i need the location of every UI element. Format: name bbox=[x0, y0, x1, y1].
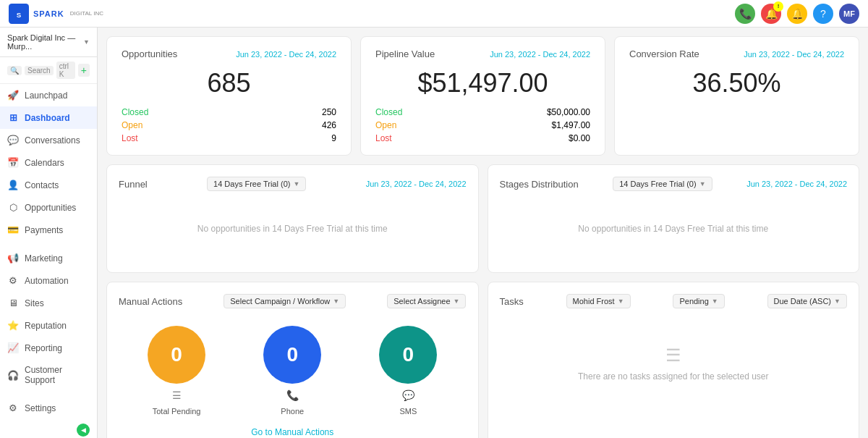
pipeline-value: $51,497.00 bbox=[375, 68, 590, 98]
customer-support-label: Customer Support bbox=[25, 365, 90, 385]
sidebar-item-payments[interactable]: 💳 Payments bbox=[0, 219, 97, 241]
assignee-tasks-filter[interactable]: Mohid Frost ▼ bbox=[566, 294, 631, 308]
open-label-2: Open bbox=[375, 120, 396, 130]
reputation-label: Reputation bbox=[25, 321, 67, 331]
closed-value-2: $50,000.00 bbox=[547, 107, 590, 117]
manual-actions-title: Manual Actions bbox=[119, 296, 182, 307]
stages-title: Stages Distribution bbox=[500, 179, 579, 190]
conversion-value: 36.50% bbox=[629, 68, 844, 98]
go-to-manual-actions-link[interactable]: Go to Manual Actions bbox=[119, 421, 467, 437]
stages-date: Jun 23, 2022 - Dec 24, 2022 bbox=[746, 180, 847, 188]
marketing-icon: 📢 bbox=[7, 253, 19, 264]
search-label: Search bbox=[25, 66, 54, 75]
logo: S SPARK DIGITAL INC bbox=[9, 4, 103, 24]
stages-filter-label: 14 Days Free Trial (0) bbox=[619, 180, 696, 188]
opportunities-details: Closed 250 Open 426 Lost 9 bbox=[122, 107, 336, 143]
sidebar-item-dashboard[interactable]: ⊞ Dashboard bbox=[0, 106, 97, 129]
pipeline-card: Pipeline Value Jun 23, 2022 - Dec 24, 20… bbox=[360, 36, 605, 156]
lost-label-1: Lost bbox=[122, 133, 138, 143]
logo-subtitle: DIGITAL INC bbox=[70, 10, 103, 17]
search-bar[interactable]: 🔍 Search ctrl K + bbox=[0, 57, 97, 84]
sidebar: Spark Digital Inc — Murp... ▼ 🔍 Search c… bbox=[0, 0, 98, 438]
closed-value-1: 250 bbox=[322, 107, 336, 117]
tasks-assignee-label: Mohid Frost bbox=[573, 297, 615, 306]
settings-icon: ⚙ bbox=[7, 403, 19, 413]
campaign-filter[interactable]: Select Campaign / Workflow ▼ bbox=[224, 294, 346, 308]
sidebar-item-calendars[interactable]: 📅 Calendars bbox=[0, 151, 97, 174]
sms-icon: 💬 bbox=[402, 389, 414, 401]
opportunities-icon: ⬡ bbox=[7, 202, 19, 213]
tasks-empty-icon: ☰ bbox=[665, 345, 681, 366]
tasks-sort-label: Due Date (ASC) bbox=[774, 297, 831, 306]
reputation-icon: ⭐ bbox=[7, 320, 19, 331]
sort-filter[interactable]: Due Date (ASC) ▼ bbox=[767, 294, 847, 308]
opportunities-label: Opportunities bbox=[25, 203, 76, 213]
sites-icon: 🖥 bbox=[7, 298, 19, 308]
total-pending-label: Total Pending bbox=[153, 407, 201, 416]
sidebar-item-automation[interactable]: ⚙ Automation bbox=[0, 269, 97, 292]
pipeline-title: Pipeline Value bbox=[375, 49, 435, 59]
tasks-card: Tasks Mohid Frost ▼ Pending ▼ Due Date (… bbox=[488, 282, 860, 438]
assignee-filter[interactable]: Select Assignee ▼ bbox=[387, 294, 466, 308]
notification-btn[interactable]: 🔔 ! bbox=[761, 4, 781, 24]
mid-row: Funnel 14 Days Free Trial (0) ▼ Jun 23, … bbox=[106, 164, 859, 273]
sidebar-item-settings[interactable]: ⚙ Settings bbox=[0, 397, 97, 419]
sites-label: Sites bbox=[25, 298, 44, 308]
customer-support-icon: 🎧 bbox=[7, 370, 19, 381]
lost-value-1: 9 bbox=[331, 133, 336, 143]
stages-card: Stages Distribution 14 Days Free Trial (… bbox=[488, 164, 860, 273]
lost-label-2: Lost bbox=[375, 133, 392, 143]
phone-icon-btn[interactable]: 📞 bbox=[735, 4, 755, 24]
dashboard-label: Dashboard bbox=[25, 113, 70, 123]
funnel-empty: No opportunities in 14 Days Free Trial a… bbox=[119, 200, 467, 258]
sidebar-item-reputation[interactable]: ⭐ Reputation bbox=[0, 314, 97, 337]
tasks-status-chevron: ▼ bbox=[712, 298, 718, 305]
closed-label-1: Closed bbox=[122, 107, 148, 117]
funnel-filter[interactable]: 14 Days Free Trial (0) ▼ bbox=[207, 177, 306, 191]
sidebar-item-launchpad[interactable]: 🚀 Launchpad bbox=[0, 84, 97, 106]
funnel-title: Funnel bbox=[119, 179, 148, 190]
tasks-empty-msg: There are no tasks assigned for the sele… bbox=[578, 371, 768, 382]
calendars-icon: 📅 bbox=[7, 157, 19, 168]
stats-row: Opportunities Jun 23, 2022 - Dec 24, 202… bbox=[106, 36, 859, 156]
assignee-chevron: ▼ bbox=[454, 298, 460, 305]
company-name: Spark Digital Inc — Murp... bbox=[7, 33, 83, 51]
open-value-2: $1,497.00 bbox=[552, 120, 590, 130]
opportunities-value: 685 bbox=[122, 68, 336, 98]
stages-filter[interactable]: 14 Days Free Trial (0) ▼ bbox=[613, 177, 712, 191]
contacts-icon: 👤 bbox=[7, 180, 19, 190]
sms-label: SMS bbox=[399, 407, 417, 416]
phone-label: Phone bbox=[281, 407, 304, 416]
collapse-btn[interactable]: ◀ bbox=[77, 424, 90, 437]
opportunities-title: Opportunities bbox=[122, 49, 177, 59]
search-icon: 🔍 bbox=[7, 66, 22, 75]
company-chevron: ▼ bbox=[83, 38, 90, 46]
detail-row: Open 426 bbox=[122, 120, 336, 130]
status-filter[interactable]: Pending ▼ bbox=[673, 294, 724, 308]
sidebar-item-sites[interactable]: 🖥 Sites bbox=[0, 292, 97, 314]
main-content: Opportunities Jun 23, 2022 - Dec 24, 202… bbox=[98, 0, 868, 438]
avatar[interactable]: MF bbox=[839, 4, 859, 24]
logo-text: SPARK bbox=[33, 9, 64, 18]
sidebar-item-marketing[interactable]: 📢 Marketing bbox=[0, 247, 97, 269]
lost-value-2: $0.00 bbox=[569, 133, 590, 143]
total-pending-icon: ☰ bbox=[172, 389, 182, 401]
sms-circle: 0 bbox=[379, 326, 437, 384]
detail-row: Open $1,497.00 bbox=[375, 120, 590, 130]
conversations-icon: 💬 bbox=[7, 135, 19, 146]
alert-btn[interactable]: 🔔 bbox=[787, 4, 807, 24]
sidebar-item-opportunities[interactable]: ⬡ Opportunities bbox=[0, 196, 97, 219]
sidebar-item-customer-support[interactable]: 🎧 Customer Support bbox=[0, 359, 97, 391]
sidebar-item-conversations[interactable]: 💬 Conversations bbox=[0, 129, 97, 151]
dashboard-icon: ⊞ bbox=[7, 112, 19, 123]
funnel-card: Funnel 14 Days Free Trial (0) ▼ Jun 23, … bbox=[106, 164, 479, 273]
help-btn[interactable]: ? bbox=[813, 4, 833, 24]
funnel-chevron: ▼ bbox=[293, 180, 299, 188]
sidebar-item-reporting[interactable]: 📈 Reporting bbox=[0, 337, 97, 359]
company-selector[interactable]: Spark Digital Inc — Murp... ▼ bbox=[0, 28, 97, 57]
conversations-label: Conversations bbox=[25, 135, 80, 146]
stages-empty-msg: No opportunities in 14 Days Free Trial a… bbox=[578, 224, 768, 234]
conversion-card: Conversion Rate Jun 23, 2022 - Dec 24, 2… bbox=[614, 36, 859, 156]
tasks-assignee-chevron: ▼ bbox=[618, 298, 624, 305]
sidebar-item-contacts[interactable]: 👤 Contacts bbox=[0, 174, 97, 196]
